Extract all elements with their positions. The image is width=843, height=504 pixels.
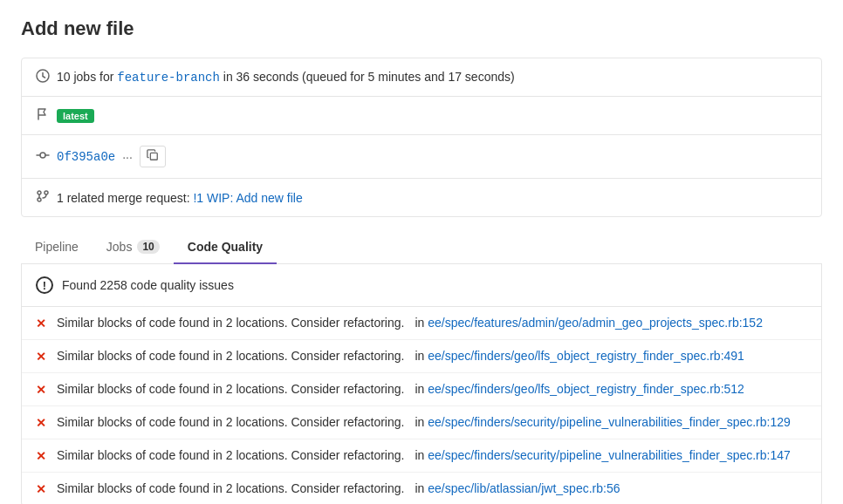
jobs-info-text: 10 jobs for feature-branch in 36 seconds… [57,70,515,85]
issue-message: Similar blocks of code found in 2 locati… [57,481,404,495]
merge-request-icon [36,189,50,206]
tab-code-quality-label: Code Quality [188,240,263,254]
issue-file-link[interactable]: ee/spec/lib/atlassian/jwt_spec.rb:56 [428,481,620,495]
issue-location: in ee/spec/finders/security/pipeline_vul… [415,448,790,462]
branch-link[interactable]: feature-branch [117,71,220,85]
merge-request-link[interactable]: !1 WIP: Add new file [193,191,302,205]
tab-jobs-badge: 10 [137,240,159,254]
issue-row: ✕ Similar blocks of code found in 2 loca… [22,373,821,406]
error-icon: ✕ [36,383,46,397]
svg-rect-2 [150,153,157,160]
issues-list: ✕ Similar blocks of code found in 2 loca… [22,307,821,504]
merge-request-row: 1 related merge request: !1 WIP: Add new… [22,179,821,216]
tab-pipeline[interactable]: Pipeline [21,231,93,264]
merge-request-text: 1 related merge request: !1 WIP: Add new… [57,191,303,205]
tabs-container: Pipeline Jobs 10 Code Quality [21,231,822,264]
error-icon: ✕ [36,350,46,364]
issue-location: in ee/spec/lib/atlassian/jwt_spec.rb:56 [415,481,620,495]
issue-message: Similar blocks of code found in 2 locati… [57,448,404,462]
latest-badge: latest [57,109,94,123]
issue-row: ✕ Similar blocks of code found in 2 loca… [22,307,821,340]
quality-summary-text: Found 2258 code quality issues [62,278,234,292]
issue-location: in ee/spec/finders/security/pipeline_vul… [415,415,790,429]
issue-message: Similar blocks of code found in 2 locati… [57,349,404,363]
tab-jobs[interactable]: Jobs 10 [93,231,174,264]
code-quality-panel: ! Found 2258 code quality issues ✕ Simil… [21,264,822,504]
issue-file-link[interactable]: ee/spec/features/admin/geo/admin_geo_pro… [428,316,763,330]
commit-info: 0f395a0e ··· [57,146,166,167]
clock-icon [36,69,50,85]
tab-jobs-label: Jobs [106,240,133,254]
issue-row: ✕ Similar blocks of code found in 2 loca… [22,473,821,504]
timing-text: in 36 seconds (queued for 5 minutes and … [223,70,515,84]
tabs: Pipeline Jobs 10 Code Quality [21,231,822,264]
issue-message: Similar blocks of code found in 2 locati… [57,415,404,429]
issue-row: ✕ Similar blocks of code found in 2 loca… [22,406,821,439]
error-icon: ✕ [36,482,46,496]
flag-icon [36,107,50,124]
issue-row: ✕ Similar blocks of code found in 2 loca… [22,439,821,473]
warning-icon: ! [36,276,53,294]
commit-icon [36,148,50,165]
error-icon: ✕ [36,416,46,430]
error-icon: ✕ [36,449,46,463]
quality-summary-row: ! Found 2258 code quality issues [22,264,821,307]
pipeline-info-card: 10 jobs for feature-branch in 36 seconds… [21,58,822,217]
issue-file-link[interactable]: ee/spec/finders/geo/lfs_object_registry_… [428,382,744,396]
tab-code-quality[interactable]: Code Quality [174,231,277,264]
issue-location: in ee/spec/features/admin/geo/admin_geo_… [415,316,763,330]
commit-hash-link[interactable]: 0f395a0e [57,150,115,164]
commit-row: 0f395a0e ··· [22,135,821,179]
issue-file-link[interactable]: ee/spec/finders/security/pipeline_vulner… [428,415,791,429]
svg-point-1 [40,153,45,158]
copy-commit-button[interactable] [140,146,166,167]
more-options-button[interactable]: ··· [122,150,133,164]
badge-row: latest [22,97,821,135]
issue-location: in ee/spec/finders/geo/lfs_object_regist… [415,382,744,396]
jobs-info-row: 10 jobs for feature-branch in 36 seconds… [22,58,821,97]
jobs-count: 10 [57,70,71,84]
issue-file-link[interactable]: ee/spec/finders/geo/lfs_object_registry_… [428,349,744,363]
error-icon: ✕ [36,317,46,330]
tab-pipeline-label: Pipeline [35,240,79,254]
issue-file-link[interactable]: ee/spec/finders/security/pipeline_vulner… [428,448,791,462]
issue-message: Similar blocks of code found in 2 locati… [57,382,404,396]
issue-message: Similar blocks of code found in 2 locati… [57,316,404,330]
issue-row: ✕ Similar blocks of code found in 2 loca… [22,340,821,373]
issue-location: in ee/spec/finders/geo/lfs_object_regist… [415,349,744,363]
page-title: Add new file [21,17,822,40]
